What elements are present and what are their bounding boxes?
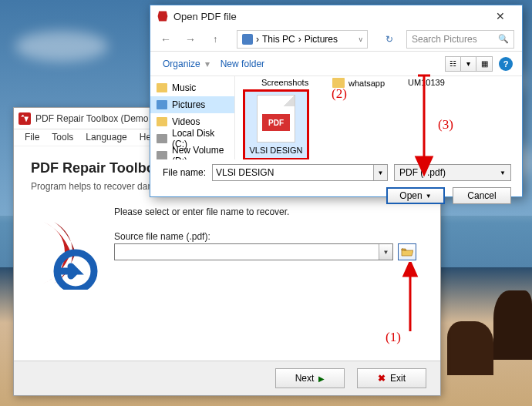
tree-label: New Volume (D:): [172, 145, 228, 159]
dialog-title: Open PDF file: [173, 11, 237, 22]
menu-tools[interactable]: Tools: [45, 129, 79, 146]
help-button[interactable]: ?: [499, 57, 513, 71]
exit-button-label: Exit: [390, 373, 406, 384]
folder-label: UM10139: [408, 78, 445, 87]
filename-dropdown[interactable]: ▼: [373, 165, 387, 180]
folder-whatsapp[interactable]: whatsapp: [332, 78, 385, 88]
filetype-select[interactable]: PDF (*.pdf) ▼: [394, 164, 511, 181]
folder-label: whatsapp: [348, 79, 385, 88]
browse-button[interactable]: [398, 243, 416, 260]
source-file-label: Source file name (.pdf):: [114, 231, 210, 242]
nav-up-button[interactable]: ↑: [207, 32, 223, 47]
tree-label: Pictures: [172, 99, 205, 110]
next-button[interactable]: Next ▶: [275, 368, 345, 388]
dialog-close-button[interactable]: ✕: [485, 7, 516, 25]
view-icons-button[interactable]: ☷: [446, 57, 461, 71]
filename-label: File name:: [161, 167, 206, 178]
pictures-icon: [157, 100, 167, 109]
cancel-button[interactable]: Cancel: [453, 187, 511, 204]
nav-forward-button[interactable]: →: [183, 32, 198, 47]
source-file-input-wrap: ▼: [114, 243, 393, 260]
dialog-bottom: File name: ▼ PDF (*.pdf) ▼ Open▼ Cancel: [150, 159, 522, 212]
dialog-nav: ← → ↑ › This PC › Pictures v ↻ Search Pi…: [150, 27, 522, 52]
arrow-right-icon: ▶: [318, 374, 325, 383]
dialog-toolbar: Organize ▾ New folder ☷ ▾ ▦ ?: [150, 52, 522, 76]
filename-input[interactable]: [213, 165, 373, 180]
pdf-file-icon: PDF: [257, 95, 295, 143]
folder-open-icon: [401, 247, 413, 257]
new-folder-button[interactable]: New folder: [221, 59, 264, 69]
folder-um10139[interactable]: UM10139: [408, 78, 445, 87]
file-label: VLSI DESIGN: [248, 146, 304, 155]
pc-icon: [242, 34, 253, 45]
tree-label: Music: [172, 82, 196, 93]
tree-pictures[interactable]: Pictures: [150, 96, 234, 113]
music-icon: [157, 83, 167, 92]
exit-button[interactable]: ✖ Exit: [357, 368, 426, 388]
nav-back-button[interactable]: ←: [158, 32, 173, 47]
close-x-icon: ✖: [378, 373, 386, 384]
view-dropdown[interactable]: ▾: [461, 57, 476, 71]
chevron-down-icon: ▼: [500, 169, 506, 176]
organize-button[interactable]: Organize: [160, 59, 204, 69]
folder-icon: [332, 78, 345, 88]
drive-icon: [157, 134, 167, 143]
folder-label: Screenshots: [261, 78, 308, 87]
folder-screenshots[interactable]: Screenshots: [261, 78, 309, 87]
refresh-button[interactable]: ↻: [382, 34, 397, 45]
separator: ▾: [205, 59, 210, 69]
search-icon: 🔍: [498, 34, 509, 44]
dialog-icon: [157, 10, 169, 22]
file-list[interactable]: Screenshots PDF VLSI DESIGN whatsapp UM1…: [235, 76, 522, 159]
filetype-label: PDF (*.pdf): [399, 167, 446, 178]
chevron-down-icon[interactable]: v: [359, 35, 363, 43]
drive-icon: [157, 151, 167, 159]
breadcrumb-pc[interactable]: This PC: [262, 34, 295, 45]
pdf-badge: PDF: [262, 114, 290, 131]
open-button-label: Open: [399, 190, 422, 201]
filename-input-wrap: ▼: [212, 164, 388, 181]
tree-music[interactable]: Music: [150, 79, 234, 96]
breadcrumb-sep: ›: [298, 34, 301, 45]
source-file-input[interactable]: [115, 244, 379, 260]
breadcrumb-sep: ›: [256, 34, 259, 45]
view-details-button[interactable]: ▦: [476, 57, 492, 71]
main-footer: Next ▶ ✖ Exit: [14, 361, 440, 395]
tree-label: Videos: [172, 116, 200, 127]
menu-language[interactable]: Language: [79, 129, 133, 146]
open-button[interactable]: Open▼: [386, 187, 445, 204]
breadcrumb-pictures[interactable]: Pictures: [305, 34, 338, 45]
folder-tree: Music Pictures Videos Local Disk (C:) Ne…: [150, 76, 235, 159]
open-file-dialog: Open PDF file ✕ ← → ↑ › This PC › Pictur…: [150, 5, 523, 197]
videos-icon: [157, 117, 167, 126]
tree-new-volume[interactable]: New Volume (D:): [150, 147, 234, 159]
search-placeholder: Search Pictures: [412, 34, 477, 45]
source-file-dropdown[interactable]: ▼: [379, 244, 392, 260]
dialog-titlebar[interactable]: Open PDF file ✕: [150, 5, 522, 27]
app-logo: [28, 216, 102, 290]
file-vlsi-design[interactable]: PDF VLSI DESIGN: [243, 89, 309, 159]
next-button-label: Next: [295, 373, 315, 384]
app-icon: [19, 112, 31, 125]
breadcrumb[interactable]: › This PC › Pictures v: [237, 30, 368, 49]
view-mode-switcher[interactable]: ☷ ▾ ▦: [445, 56, 493, 72]
search-input[interactable]: Search Pictures 🔍: [406, 30, 514, 49]
menu-file[interactable]: File: [19, 129, 45, 146]
